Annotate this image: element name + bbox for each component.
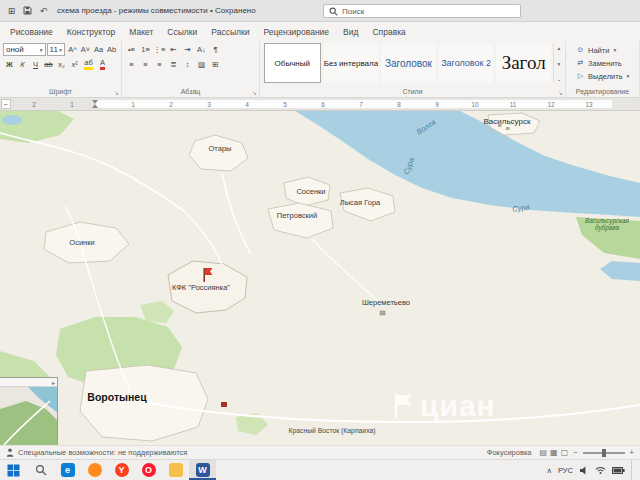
paragraph-format-button[interactable]: ≡ <box>139 58 152 71</box>
floppy-icon <box>23 6 32 15</box>
chevron-down-icon: ▾ <box>59 47 62 53</box>
font-format-button[interactable]: Ж <box>3 58 16 71</box>
save-icon[interactable] <box>21 4 34 18</box>
gallery-more-icon[interactable]: ⌄ <box>557 76 562 82</box>
font-format-button[interactable]: x² <box>68 58 81 71</box>
font-tool-button[interactable]: A^ <box>66 43 79 56</box>
tray-chevron-icon[interactable]: ∧ <box>546 466 552 475</box>
minimap[interactable]: ▸ <box>0 377 58 445</box>
font-color-button[interactable]: А <box>96 58 109 71</box>
ribbon-tab[interactable]: Ссылки <box>160 22 204 41</box>
font-format-button[interactable]: x₂ <box>55 58 68 71</box>
view-mode-icon[interactable]: ▢ <box>561 448 569 457</box>
styles-gallery-scrollbar[interactable]: ▴ ▾ ⌄ <box>553 44 564 83</box>
taskbar-app[interactable] <box>81 460 108 480</box>
start-button[interactable] <box>0 460 27 480</box>
apps-grid-icon[interactable]: ⊞ <box>5 4 18 18</box>
app-icon: W <box>196 463 210 477</box>
zoom-slider-thumb[interactable] <box>602 449 606 457</box>
dialog-launcher-icon[interactable]: ↘ <box>114 89 119 96</box>
dialog-launcher-icon[interactable]: ↘ <box>252 89 257 96</box>
wifi-icon[interactable] <box>595 466 606 474</box>
map-image[interactable] <box>0 111 640 445</box>
style-preset[interactable]: Заголовок <box>381 43 436 83</box>
style-preset[interactable]: Обычный <box>264 43 321 83</box>
paragraph-tool-button[interactable]: •≡ <box>125 43 138 56</box>
ribbon-tab[interactable]: Рисование <box>3 22 60 41</box>
editing-command[interactable]: ⊙ Найти ▾ <box>576 44 636 56</box>
taskbar-search-button[interactable] <box>27 460 54 480</box>
paragraph-tool-button[interactable]: ⋮≡ <box>153 43 166 56</box>
paragraph-tool-button[interactable]: ⇥ <box>181 43 194 56</box>
font-format-button[interactable]: ab <box>42 58 55 71</box>
gallery-up-icon[interactable]: ▴ <box>558 45 561 51</box>
ribbon-tab[interactable]: Рецензирование <box>256 22 336 41</box>
speaker-icon[interactable] <box>579 466 589 475</box>
word-window: ⊞ ↶ схема проезда - режимы совместимости… <box>0 0 640 480</box>
gallery-down-icon[interactable]: ▾ <box>558 61 561 67</box>
editing-command[interactable]: ▷ Выделить ▾ <box>576 70 636 82</box>
editing-command[interactable]: ⇄ Заменить ▾ <box>576 57 636 69</box>
ribbon-tab[interactable]: Справка <box>365 22 412 41</box>
style-preset[interactable]: Заголовок 2 <box>439 43 494 83</box>
font-tool-button[interactable]: A˅ <box>79 43 92 56</box>
editing-command-icon: ▷ <box>576 72 585 80</box>
ribbon-tab[interactable]: Конструктор <box>60 22 122 41</box>
minimap-collapse-bar[interactable]: ▸ <box>0 378 57 387</box>
taskbar-app[interactable]: W <box>189 460 216 480</box>
search-icon <box>329 7 338 16</box>
focus-mode-button[interactable]: Фокусировка <box>487 448 532 457</box>
battery-icon[interactable] <box>612 467 625 474</box>
taskbar-app[interactable]: O <box>135 460 162 480</box>
show-desktop-button[interactable] <box>631 460 635 480</box>
accessibility-status[interactable]: Специальные возможности: не поддерживают… <box>18 448 187 457</box>
map-document[interactable]: ОтарыСосенкиПетровскийЛысая ГораОсинкиКФ… <box>0 111 640 445</box>
tab-selector[interactable]: ⌐ <box>1 99 11 109</box>
paragraph-format-button[interactable]: ≣ <box>167 58 180 71</box>
view-mode-icon[interactable]: ▦ <box>550 448 558 457</box>
paragraph-format-button[interactable]: ≡ <box>125 58 138 71</box>
ribbon-tab[interactable]: Вид <box>336 22 365 41</box>
paragraph-tool-button[interactable]: А↓ <box>195 43 208 56</box>
paragraph-group: •≡1≡⋮≡⇤⇥А↓¶ ≡≡≡≣↕▨⊞ Абзац ↘ <box>122 41 260 97</box>
titlebar-search[interactable]: Поиск <box>323 4 521 18</box>
chevron-down-icon: ▾ <box>40 47 43 53</box>
font-format-button[interactable]: Ч <box>29 58 42 71</box>
font-tool-button[interactable]: Aa <box>92 43 105 56</box>
zoom-in-button[interactable]: + <box>630 448 634 457</box>
font-name-select[interactable]: оной ▾ <box>3 43 46 56</box>
ribbon-tab[interactable]: Рассылки <box>204 22 256 41</box>
undo-icon[interactable]: ↶ <box>37 4 50 18</box>
language-indicator[interactable]: РУС <box>558 466 573 475</box>
paragraph-format-button[interactable]: ▨ <box>195 58 208 71</box>
font-tool-button[interactable]: Ab <box>105 43 118 56</box>
paragraph-format-button[interactable]: ↕ <box>181 58 194 71</box>
view-mode-icon[interactable]: ▤ <box>540 448 548 457</box>
watermark-text: циан <box>420 389 496 423</box>
dialog-launcher-icon[interactable]: ↘ <box>558 89 563 96</box>
taskbar-app[interactable] <box>162 460 189 480</box>
paragraph-format-button[interactable]: ⊞ <box>209 58 222 71</box>
taskbar-app[interactable]: e <box>54 460 81 480</box>
zoom-out-button[interactable]: − <box>573 448 577 457</box>
ruler[interactable]: ⌐ 2112345678910111213 <box>0 98 640 111</box>
taskbar-app[interactable]: Y <box>108 460 135 480</box>
highlight-color-button[interactable]: аб <box>82 58 95 71</box>
paragraph-tool-button[interactable]: 1≡ <box>139 43 152 56</box>
app-icon <box>88 463 102 477</box>
style-preset[interactable]: Без интервала <box>324 43 379 83</box>
paragraph-tool-button[interactable]: ⇤ <box>167 43 180 56</box>
chevron-down-icon: ▾ <box>627 73 630 79</box>
zoom-slider[interactable] <box>583 452 625 454</box>
font-size-select[interactable]: 11 ▾ <box>47 43 65 56</box>
editing-command-label: Заменить <box>588 59 622 68</box>
ribbon-tab[interactable]: Макет <box>122 22 160 41</box>
font-group: оной ▾ 11 ▾ A^A˅AaAb ЖКЧabx₂x² аб <box>0 41 122 97</box>
paragraph-format-button[interactable]: ≡ <box>153 58 166 71</box>
paragraph-tool-button[interactable]: ¶ <box>209 43 222 56</box>
minimap-image <box>0 387 58 445</box>
styles-group: ОбычныйБез интервалаЗаголовокЗаголовок 2… <box>260 41 566 97</box>
left-indent-marker[interactable] <box>92 104 98 108</box>
style-preset[interactable]: Загол <box>496 43 551 83</box>
font-format-button[interactable]: К <box>16 58 29 71</box>
